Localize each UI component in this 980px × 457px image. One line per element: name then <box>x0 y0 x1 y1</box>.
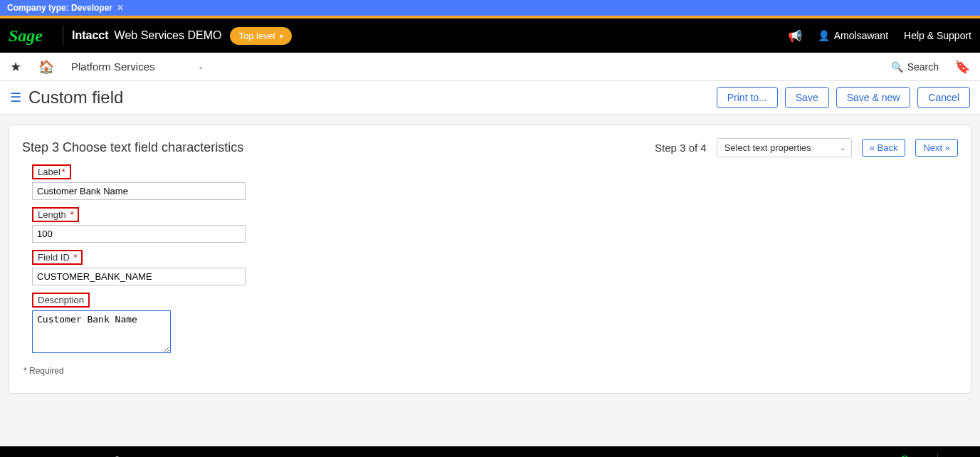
company-name: Web Services DEMO <box>115 29 222 42</box>
back-button[interactable]: « Back <box>862 139 906 157</box>
step-header: Step 3 Choose text field characteristics… <box>22 138 958 157</box>
step-select[interactable]: Select text properties ⌄ <box>717 138 852 157</box>
search-label: Search <box>907 61 939 73</box>
footer: Privacy policy Copyright © 1999-2023 Sag… <box>0 446 980 457</box>
page-title-row: ☰ Custom field Print to... Save Save & n… <box>0 81 980 115</box>
label-text: Label <box>38 167 60 177</box>
list-icon[interactable]: ☰ <box>10 90 21 105</box>
search-button[interactable]: 🔍 Search <box>891 61 939 73</box>
page-title: Custom field <box>28 88 123 107</box>
help-link[interactable]: Help & Support <box>904 30 971 41</box>
chevron-down-icon: ⌄ <box>840 144 845 152</box>
fieldid-input[interactable] <box>32 268 246 285</box>
form-panel: Step 3 Choose text field characteristics… <box>9 125 971 394</box>
search-icon: 🔍 <box>891 61 903 73</box>
fieldid-field-label: Field ID * <box>32 250 83 265</box>
label-field-label: Label* <box>32 164 71 179</box>
sage-logo: Sage <box>9 26 43 46</box>
save-button[interactable]: Save <box>785 87 829 108</box>
description-input[interactable] <box>32 310 171 353</box>
footer-sage-logo: Sage <box>900 453 929 458</box>
company-type-text: Company type: Developer <box>7 3 112 13</box>
page-actions: Print to... Save Save & new Cancel <box>717 87 970 108</box>
user-icon: 👤 <box>818 30 830 41</box>
next-button[interactable]: Next » <box>915 139 958 157</box>
username-label: Amolsawant <box>834 30 888 41</box>
chevron-down-icon: ⌄ <box>198 63 204 70</box>
module-dropdown[interactable]: Platform Services ⌄ <box>71 61 204 73</box>
product-name: Intacct <box>72 29 109 42</box>
favorites-icon[interactable]: ★ <box>10 59 21 75</box>
save-new-button[interactable]: Save & new <box>836 87 911 108</box>
step-title: Step 3 Choose text field characteristics <box>22 140 243 155</box>
fieldid-text: Field ID <box>38 252 70 263</box>
user-menu[interactable]: 👤 Amolsawant <box>818 30 888 41</box>
step-select-label: Select text properties <box>725 142 811 153</box>
description-field-label: Description <box>32 293 90 308</box>
top-level-label: Top level <box>238 31 275 41</box>
description-text: Description <box>38 295 84 305</box>
module-label: Platform Services <box>71 61 155 73</box>
bullhorn-icon[interactable]: 📢 <box>788 29 802 43</box>
required-note: * Required <box>23 366 958 376</box>
cancel-button[interactable]: Cancel <box>917 87 970 108</box>
top-level-button[interactable]: Top level ▾ <box>230 27 291 45</box>
bookmark-icon[interactable]: 🔖 <box>954 59 970 75</box>
footer-divider <box>937 453 938 457</box>
label-input[interactable] <box>32 182 246 200</box>
home-icon[interactable]: 🏠 <box>38 59 54 75</box>
required-star: * <box>68 209 74 220</box>
close-icon[interactable]: ✕ <box>117 3 124 13</box>
required-star: * <box>62 167 65 177</box>
main-header: Sage Intacct Web Services DEMO Top level… <box>0 19 980 53</box>
length-input[interactable] <box>32 225 246 243</box>
nav-bar: ★ 🏠 Platform Services ⌄ 🔍 Search 🔖 <box>0 53 980 81</box>
required-star: * <box>71 252 78 263</box>
print-button[interactable]: Print to... <box>717 87 778 108</box>
company-type-bar: Company type: Developer ✕ <box>0 0 980 16</box>
step-counter: Step 3 of 4 <box>655 142 707 154</box>
length-field-label: Length * <box>32 207 79 222</box>
header-divider <box>63 26 63 46</box>
length-text: Length <box>38 209 66 220</box>
chevron-down-icon: ▾ <box>280 32 283 40</box>
